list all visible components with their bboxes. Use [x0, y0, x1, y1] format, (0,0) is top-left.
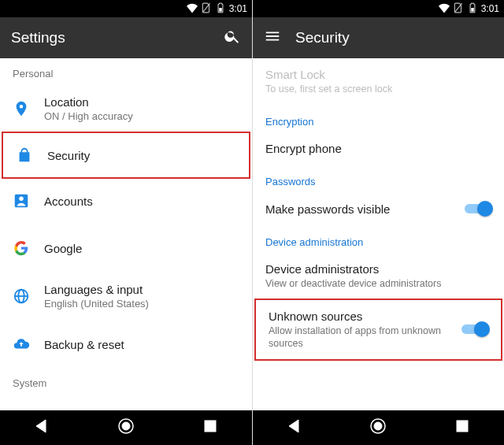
switch-passwords-visible[interactable] — [465, 202, 491, 216]
settings-item-security[interactable]: Security — [2, 132, 250, 179]
phone-left: 3:01 Settings Personal Location ON / Hig… — [0, 0, 252, 445]
svg-rect-14 — [457, 421, 468, 432]
status-time: 3:01 — [481, 3, 499, 14]
wifi-icon — [439, 2, 450, 16]
section-device-admin: Device administration — [253, 225, 504, 253]
item-subtitle: English (United States) — [44, 298, 239, 310]
settings-item-location[interactable]: Location ON / High accuracy — [0, 84, 252, 133]
settings-item-backup[interactable]: Backup & reset — [0, 321, 252, 368]
item-title: Encrypt phone — [265, 142, 491, 155]
wifi-icon — [187, 2, 198, 16]
nav-bar — [253, 410, 504, 445]
status-time: 3:01 — [229, 3, 247, 14]
svg-point-13 — [374, 422, 382, 430]
nav-recent-icon[interactable] — [453, 417, 472, 439]
section-encryption: Encryption — [253, 105, 504, 132]
no-sim-icon — [453, 2, 464, 16]
lock-icon — [16, 146, 47, 164]
item-subtitle: View or deactivate device administrators — [265, 277, 491, 290]
settings-item-languages[interactable]: Languages & input English (United States… — [0, 272, 252, 321]
location-icon — [13, 100, 44, 117]
settings-item-google[interactable]: Google — [0, 224, 252, 272]
no-sim-icon — [201, 2, 212, 16]
section-passwords: Passwords — [253, 165, 504, 192]
appbar-title: Settings — [11, 29, 209, 46]
category-personal: Personal — [0, 58, 252, 84]
item-title: Security — [47, 149, 236, 162]
google-icon — [13, 239, 44, 257]
svg-rect-1 — [219, 8, 222, 12]
status-bar: 3:01 — [253, 0, 504, 17]
security-item-smart-lock: Smart Lock To use, first set a screen lo… — [253, 58, 504, 105]
security-item-passwords-visible[interactable]: Make passwords visible — [253, 192, 504, 225]
battery-icon — [215, 2, 226, 16]
nav-home-icon[interactable] — [117, 417, 135, 439]
hamburger-icon[interactable] — [264, 28, 281, 48]
svg-rect-9 — [205, 421, 216, 432]
item-title: Accounts — [44, 195, 239, 208]
security-item-encrypt-phone[interactable]: Encrypt phone — [253, 132, 504, 165]
security-item-device-admins[interactable]: Device administrators View or deactivate… — [253, 253, 504, 299]
settings-list: Personal Location ON / High accuracy Sec… — [0, 58, 252, 410]
item-subtitle: Allow installation of apps from unknown … — [269, 324, 461, 350]
security-item-unknown-sources[interactable]: Unknown sources Allow installation of ap… — [254, 299, 502, 362]
item-title: Backup & reset — [44, 338, 239, 351]
item-title: Location — [44, 95, 239, 109]
appbar-settings: Settings — [0, 17, 252, 58]
svg-rect-11 — [471, 8, 474, 12]
globe-icon — [13, 287, 44, 305]
switch-unknown-sources[interactable] — [461, 322, 488, 336]
status-bar: 3:01 — [0, 0, 252, 17]
item-title: Make passwords visible — [265, 202, 465, 216]
item-subtitle: To use, first set a screen lock — [265, 83, 491, 95]
nav-recent-icon[interactable] — [201, 417, 220, 439]
nav-bar — [0, 410, 252, 445]
category-system: System — [0, 368, 252, 394]
item-title: Device administrators — [265, 262, 491, 276]
item-subtitle: ON / High accuracy — [44, 110, 239, 122]
security-list: Smart Lock To use, first set a screen lo… — [253, 58, 504, 410]
account-icon — [13, 192, 44, 210]
item-title: Smart Lock — [265, 68, 491, 81]
item-title: Google — [44, 242, 239, 255]
settings-item-accounts[interactable]: Accounts — [0, 177, 252, 224]
appbar-title: Security — [295, 29, 493, 46]
battery-icon — [467, 2, 478, 16]
nav-back-icon[interactable] — [32, 417, 51, 439]
item-title: Languages & input — [44, 283, 239, 296]
cloud-upload-icon — [13, 336, 44, 353]
phone-right: 3:01 Security Smart Lock To use, first s… — [252, 0, 504, 445]
search-icon[interactable] — [224, 28, 241, 48]
svg-point-3 — [19, 197, 24, 202]
nav-home-icon[interactable] — [369, 417, 387, 439]
nav-back-icon[interactable] — [285, 417, 304, 439]
appbar-security: Security — [253, 17, 504, 58]
svg-point-8 — [122, 422, 130, 430]
item-title: Unknown sources — [269, 310, 461, 323]
